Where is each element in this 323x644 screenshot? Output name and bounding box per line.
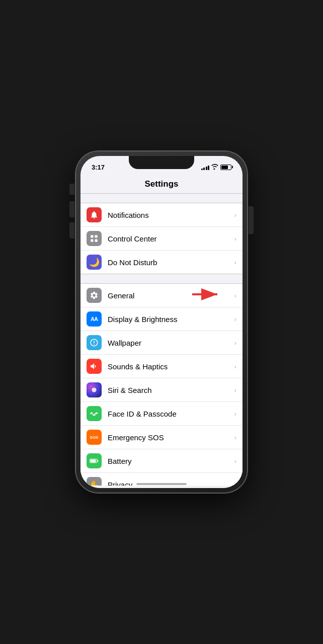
do-not-disturb-chevron: › <box>234 259 236 266</box>
emergency-sos-label: Emergency SOS <box>108 433 234 442</box>
status-icons <box>201 164 232 171</box>
settings-row-do-not-disturb[interactable]: 🌙 Do Not Disturb › <box>80 251 243 274</box>
sounds-haptics-icon <box>87 359 102 374</box>
emergency-sos-chevron: › <box>234 434 236 441</box>
svg-rect-0 <box>91 235 93 237</box>
control-center-label: Control Center <box>108 234 234 243</box>
red-arrow-annotation <box>192 288 222 302</box>
svg-rect-2 <box>91 239 93 242</box>
settings-row-sounds-haptics[interactable]: Sounds & Haptics › <box>80 355 243 378</box>
settings-row-face-id[interactable]: Face ID & Passcode › <box>80 402 243 426</box>
display-brightness-chevron: › <box>234 315 236 323</box>
control-center-chevron: › <box>234 235 236 243</box>
face-id-icon <box>87 406 102 421</box>
battery-icon <box>87 453 102 468</box>
phone-screen: 3:17 <box>80 156 243 488</box>
phone-frame: 3:17 <box>75 151 248 493</box>
svg-rect-9 <box>97 460 98 462</box>
screen-content: Settings Notifications › <box>80 174 243 488</box>
settings-header: Settings <box>80 174 243 194</box>
sounds-haptics-label: Sounds & Haptics <box>108 362 234 371</box>
settings-row-battery[interactable]: Battery › <box>80 449 243 473</box>
siri-search-chevron: › <box>234 386 236 394</box>
settings-group-1: Notifications › Control Cente <box>80 203 243 274</box>
display-brightness-icon: AA <box>87 311 102 327</box>
settings-row-general[interactable]: General › <box>80 284 243 307</box>
settings-list[interactable]: Notifications › Control Cente <box>80 194 243 486</box>
siri-search-icon <box>87 382 102 397</box>
silent-switch[interactable] <box>69 184 74 195</box>
notch <box>129 156 194 169</box>
general-icon <box>87 288 102 303</box>
settings-row-wallpaper[interactable]: Wallpaper › <box>80 331 243 355</box>
siri-search-label: Siri & Search <box>108 386 234 394</box>
privacy-chevron: › <box>234 481 236 486</box>
battery-chevron: › <box>234 457 236 465</box>
wallpaper-chevron: › <box>234 339 236 347</box>
general-chevron: › <box>234 292 236 299</box>
settings-row-emergency-sos[interactable]: SOS Emergency SOS › <box>80 426 243 449</box>
volume-down-button[interactable] <box>69 222 74 238</box>
battery-label: Battery <box>108 457 234 465</box>
power-button[interactable] <box>249 206 254 234</box>
signal-icon <box>201 165 210 170</box>
notifications-label: Notifications <box>108 211 234 219</box>
battery-status-icon <box>220 165 231 170</box>
face-id-label: Face ID & Passcode <box>108 410 234 418</box>
wallpaper-icon <box>87 335 102 350</box>
settings-row-siri-search[interactable]: Siri & Search › <box>80 378 243 402</box>
settings-group-2: General › <box>80 283 243 486</box>
svg-rect-10 <box>91 459 96 462</box>
notifications-chevron: › <box>234 211 236 219</box>
privacy-icon: ✋ <box>87 477 102 486</box>
emergency-sos-icon: SOS <box>87 430 102 445</box>
page-title: Settings <box>144 179 178 189</box>
settings-row-notifications[interactable]: Notifications › <box>80 203 243 227</box>
do-not-disturb-label: Do Not Disturb <box>108 258 234 267</box>
settings-row-display-brightness[interactable]: AA Display & Brightness › <box>80 307 243 331</box>
wallpaper-label: Wallpaper <box>108 339 234 347</box>
svg-rect-3 <box>95 239 98 242</box>
status-time: 3:17 <box>92 164 105 171</box>
wifi-icon <box>211 164 218 171</box>
do-not-disturb-icon: 🌙 <box>87 255 102 270</box>
sounds-haptics-chevron: › <box>234 363 236 370</box>
face-id-chevron: › <box>234 410 236 418</box>
home-indicator <box>136 483 187 485</box>
svg-point-7 <box>93 389 96 391</box>
display-brightness-label: Display & Brightness <box>108 315 234 324</box>
settings-row-control-center[interactable]: Control Center › <box>80 227 243 251</box>
control-center-icon <box>87 231 102 246</box>
notifications-icon <box>87 207 102 222</box>
volume-up-button[interactable] <box>69 201 74 217</box>
svg-rect-1 <box>95 235 98 237</box>
